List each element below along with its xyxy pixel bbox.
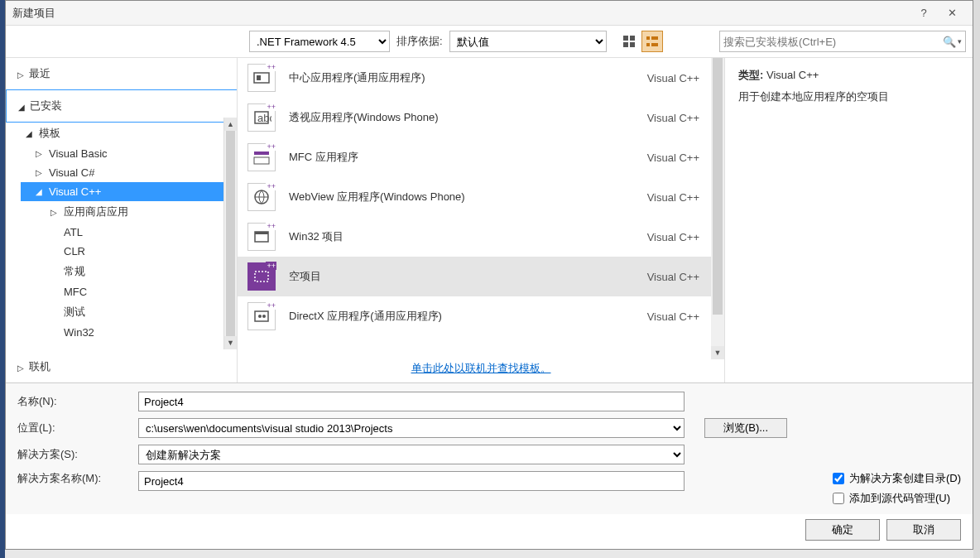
template-row[interactable]: ++abc 透视应用程序(Windows Phone) Visual C++ [238, 98, 724, 137]
svg-point-20 [262, 315, 266, 318]
nav-atl[interactable]: ATL [21, 223, 237, 242]
form-panel: 名称(N): 位置(L): c:\users\wen\documents\vis… [6, 382, 973, 514]
template-name: DirectX 应用程序(通用应用程序) [289, 309, 634, 324]
svg-rect-16 [255, 232, 268, 234]
new-project-dialog: 新建项目 ? ✕ .NET Framework 4.5 排序依据: 默认值 [5, 0, 973, 550]
template-name: 中心应用程序(通用应用程序) [289, 70, 634, 85]
location-label: 位置(L): [17, 421, 133, 435]
dialog-buttons: 确定 取消 [6, 514, 973, 549]
svg-rect-1 [630, 36, 635, 41]
ok-button[interactable]: 确定 [805, 519, 880, 541]
titlebar: 新建项目 ? ✕ [6, 1, 973, 26]
template-lang: Visual C++ [647, 231, 699, 243]
scroll-thumb[interactable] [226, 131, 235, 338]
online-search-link[interactable]: 单击此处以联机并查找模板。 [238, 354, 724, 382]
template-icon: ++ [247, 223, 276, 251]
svg-text:abc: abc [257, 112, 271, 124]
dialog-title: 新建项目 [12, 6, 910, 21]
svg-rect-2 [623, 42, 628, 47]
framework-select[interactable]: .NET Framework 4.5 [249, 31, 390, 52]
template-row[interactable]: ++ WebView 应用程序(Windows Phone) Visual C+… [238, 177, 724, 217]
scroll-up-icon[interactable]: ▲ [224, 118, 237, 131]
template-lang: Visual C++ [647, 191, 699, 204]
category-sidebar: 最近 已安装 模板 Visual Basic Visual C# Visual … [6, 58, 238, 382]
name-input[interactable] [138, 392, 685, 411]
desc-text: 用于创建本地应用程序的空项目 [738, 89, 959, 104]
svg-rect-3 [630, 42, 635, 47]
nav-visual-cpp[interactable]: Visual C++ [21, 182, 237, 201]
svg-point-19 [258, 315, 262, 318]
scroll-down-icon[interactable]: ▼ [711, 346, 724, 359]
svg-rect-17 [255, 272, 268, 281]
cancel-button[interactable]: 取消 [886, 519, 961, 541]
svg-rect-12 [254, 152, 269, 155]
sidebar-scrollbar[interactable]: ▲ ▼ [223, 118, 237, 349]
search-icon[interactable]: 🔍 [943, 36, 956, 48]
search-box[interactable]: 🔍 ▾ [719, 31, 966, 52]
template-row[interactable]: ++ Win32 项目 Visual C++ [238, 217, 724, 257]
template-name: Win32 项目 [289, 229, 634, 244]
description-panel: 类型: Visual C++ 用于创建本地应用程序的空项目 [724, 58, 973, 382]
sort-label: 排序依据: [396, 34, 443, 49]
help-button[interactable]: ? [910, 3, 938, 23]
view-small-icon[interactable] [641, 31, 663, 52]
nav-mfc[interactable]: MFC [21, 282, 237, 301]
search-input[interactable] [723, 36, 943, 48]
nav-templates[interactable]: 模板 [21, 123, 237, 144]
template-row-selected[interactable]: ++ 空项目 Visual C++ [238, 257, 724, 296]
nav-online[interactable]: 联机 [6, 350, 237, 382]
template-name: MFC 应用程序 [289, 150, 634, 165]
scroll-down-icon[interactable]: ▼ [224, 336, 237, 349]
nav-store-apps[interactable]: 应用商店应用 [21, 201, 237, 223]
template-icon: ++ [247, 143, 276, 171]
template-scrollbar[interactable]: ▼ [711, 58, 724, 359]
solution-select[interactable]: 创建新解决方案 [138, 445, 685, 464]
template-row[interactable]: ++ DirectX 应用程序(通用应用程序) Visual C++ [238, 296, 724, 336]
template-icon: ++ [247, 302, 276, 330]
svg-rect-5 [651, 36, 658, 40]
toolbar: .NET Framework 4.5 排序依据: 默认值 🔍 ▾ [6, 26, 973, 58]
svg-rect-13 [254, 157, 269, 164]
name-label: 名称(N): [17, 394, 133, 409]
solution-name-input[interactable] [138, 471, 685, 491]
template-icon: ++ [247, 183, 276, 211]
template-icon: ++ [247, 262, 276, 291]
scroll-thumb[interactable] [713, 58, 723, 315]
template-lang: Visual C++ [647, 72, 699, 84]
template-list: ++ 中心应用程序(通用应用程序) Visual C++ ++abc 透视应用程… [238, 58, 724, 382]
template-lang: Visual C++ [647, 310, 699, 323]
location-select[interactable]: c:\users\wen\documents\visual studio 201… [138, 418, 685, 438]
template-name: WebView 应用程序(Windows Phone) [289, 190, 634, 204]
nav-recent[interactable]: 最近 [6, 58, 237, 89]
browse-button[interactable]: 浏览(B)... [704, 418, 787, 438]
create-dir-checkbox[interactable]: 为解决方案创建目录(D) [833, 471, 961, 486]
svg-rect-0 [623, 36, 628, 41]
add-source-checkbox[interactable]: 添加到源代码管理(U) [833, 491, 961, 506]
svg-rect-9 [257, 75, 261, 80]
nav-visual-csharp[interactable]: Visual C# [21, 163, 237, 182]
svg-rect-7 [651, 43, 658, 46]
template-lang: Visual C++ [647, 112, 699, 124]
sort-select[interactable]: 默认值 [449, 31, 607, 52]
solution-label: 解决方案(S): [17, 447, 133, 462]
template-row[interactable]: ++ 中心应用程序(通用应用程序) Visual C++ [238, 58, 724, 98]
nav-visual-basic[interactable]: Visual Basic [21, 144, 237, 163]
nav-general[interactable]: 常规 [21, 261, 237, 282]
template-lang: Visual C++ [647, 271, 699, 283]
template-icon: ++abc [247, 103, 276, 132]
template-lang: Visual C++ [647, 152, 699, 164]
template-icon: ++ [247, 64, 276, 92]
nav-installed[interactable]: 已安装 [6, 89, 237, 123]
nav-test[interactable]: 测试 [21, 301, 237, 323]
svg-rect-4 [646, 36, 650, 40]
template-name: 透视应用程序(Windows Phone) [289, 110, 634, 125]
nav-clr[interactable]: CLR [21, 242, 237, 261]
svg-rect-6 [646, 43, 650, 46]
nav-win32[interactable]: Win32 [21, 323, 237, 342]
search-dropdown-icon[interactable]: ▾ [958, 37, 962, 46]
template-row[interactable]: ++ MFC 应用程序 Visual C++ [238, 137, 724, 177]
close-button[interactable]: ✕ [938, 3, 966, 23]
template-name: 空项目 [289, 269, 634, 284]
desc-type: 类型: Visual C++ [738, 68, 959, 83]
view-medium-icon[interactable] [618, 31, 640, 52]
